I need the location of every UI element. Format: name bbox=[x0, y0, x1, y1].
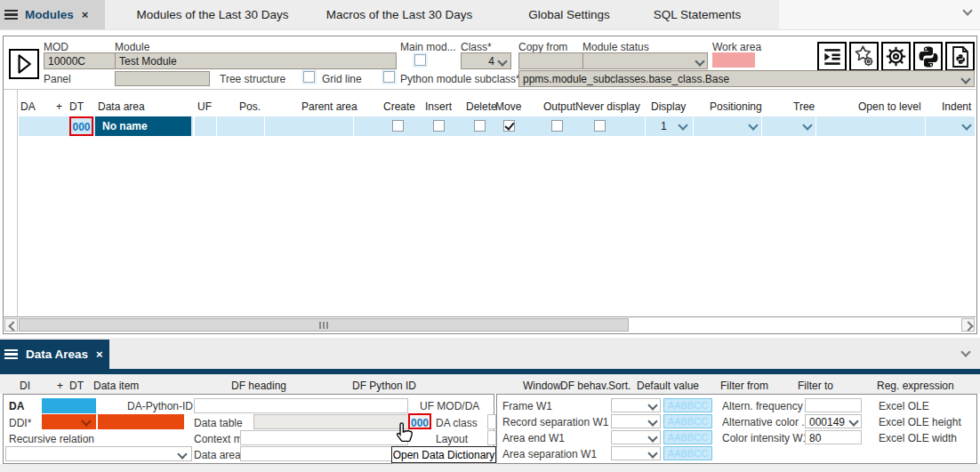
tab-modules-selected[interactable]: Modules × bbox=[0, 0, 105, 29]
form-divider bbox=[4, 89, 976, 90]
scrollbar-thumb[interactable] bbox=[19, 318, 629, 332]
da-python-id-field[interactable] bbox=[194, 398, 408, 413]
grid-line-label: Grid line bbox=[322, 73, 362, 85]
col-window: Window bbox=[523, 380, 561, 392]
ddi-row-label: DDI* bbox=[9, 417, 31, 429]
alternative-color-label: Alternative color ... bbox=[722, 416, 810, 428]
col-reg-expression: Reg. expression bbox=[877, 380, 954, 392]
col-move: Move bbox=[495, 100, 521, 113]
hand-cursor-icon bbox=[394, 421, 415, 444]
python-button[interactable] bbox=[913, 42, 943, 71]
col-di: DI bbox=[20, 380, 30, 392]
color-intensity-w1-field[interactable]: 80 bbox=[805, 430, 862, 444]
copy-from-label: Copy from bbox=[518, 41, 567, 53]
run-list-button[interactable] bbox=[817, 42, 847, 71]
delete-checkbox[interactable] bbox=[474, 120, 486, 132]
col-plus: + bbox=[57, 380, 63, 392]
data-area-field[interactable] bbox=[240, 446, 408, 461]
recursive-relation-dropdown[interactable] bbox=[5, 446, 192, 461]
col-data-item: Data item bbox=[93, 380, 139, 392]
close-icon[interactable]: × bbox=[96, 348, 103, 361]
col-positioning: Positioning bbox=[710, 100, 762, 113]
col-default-value: Default value bbox=[637, 380, 699, 392]
tab-modules-last-30-days[interactable]: Modules of the Last 30 Days bbox=[114, 0, 311, 29]
ddi-dropdown[interactable] bbox=[42, 414, 96, 429]
area-separation-w1-label: Area separation W1 bbox=[502, 448, 597, 460]
tab-global-settings[interactable]: Global Settings bbox=[526, 0, 612, 29]
frame-w1-color-field[interactable]: AABBCC bbox=[663, 398, 712, 412]
move-checkbox[interactable] bbox=[503, 120, 515, 132]
tab-sql-statements[interactable]: SQL Statements bbox=[653, 0, 742, 29]
da-dt-field[interactable] bbox=[42, 398, 96, 413]
tab-macros-last-30-days[interactable]: Macros of the Last 30 Days bbox=[320, 0, 478, 29]
col-df-python-id: DF Python ID bbox=[352, 380, 416, 392]
never-display-checkbox[interactable] bbox=[594, 120, 606, 132]
col-create: Create bbox=[383, 100, 415, 113]
data-table-field[interactable] bbox=[253, 414, 410, 429]
data-areas-headers: DI + DT Data item DF heading DF Python I… bbox=[0, 374, 980, 394]
record-separation-w1-color-field[interactable]: AABBCC bbox=[663, 414, 712, 428]
output-checkbox[interactable] bbox=[551, 120, 563, 132]
display-value: 1 bbox=[661, 120, 667, 132]
grid-line-checkbox[interactable] bbox=[303, 71, 315, 83]
scroll-right-button[interactable] bbox=[961, 318, 975, 332]
indent-dropdown-chevron-icon[interactable] bbox=[961, 120, 971, 130]
record-separation-w1-label: Record separation W1 bbox=[502, 416, 608, 428]
work-area-field[interactable] bbox=[712, 52, 755, 68]
chevron-left-icon bbox=[8, 321, 18, 331]
hamburger-icon[interactable] bbox=[4, 10, 18, 20]
module-status-dropdown[interactable] bbox=[582, 52, 708, 69]
scroll-left-button[interactable] bbox=[4, 318, 18, 332]
python-subclass-dropdown[interactable]: ppms.module_subclasses.base_class.Base bbox=[518, 70, 975, 87]
tree-dropdown-chevron-icon[interactable] bbox=[802, 120, 812, 130]
data-area-cell-selected[interactable]: No name bbox=[95, 116, 191, 136]
panel-field[interactable] bbox=[115, 71, 210, 86]
play-icon bbox=[11, 51, 37, 77]
python-file-button[interactable] bbox=[945, 42, 975, 71]
clipped-field[interactable] bbox=[487, 430, 496, 445]
chevron-down-icon bbox=[81, 416, 91, 426]
playlist-run-icon bbox=[821, 45, 844, 68]
data-area-label: Data area bbox=[194, 449, 241, 461]
panel-label: Panel bbox=[44, 73, 71, 85]
col-indent: Indent bbox=[942, 100, 971, 113]
app-window: Modules × Modules of the Last 30 Days Ma… bbox=[0, 0, 980, 472]
horizontal-scrollbar[interactable] bbox=[4, 316, 976, 332]
da-row-label: DA bbox=[9, 400, 24, 412]
hamburger-icon[interactable] bbox=[4, 349, 18, 359]
col-data-area: Data area bbox=[98, 100, 145, 113]
positioning-dropdown-chevron-icon[interactable] bbox=[748, 120, 758, 130]
ddi-field[interactable] bbox=[98, 414, 184, 429]
da-class-label: DA class bbox=[436, 417, 478, 429]
main-mod-checkbox[interactable] bbox=[414, 54, 426, 66]
col-never-display: Never display bbox=[575, 100, 640, 113]
clipped-field[interactable] bbox=[487, 414, 496, 429]
python-subclass-checkbox[interactable] bbox=[383, 71, 395, 83]
tab-data-areas-selected[interactable]: Data Areas × bbox=[0, 340, 109, 369]
area-separation-w1-color-field[interactable]: AABBCC bbox=[663, 446, 712, 460]
col-dt: DT bbox=[69, 100, 84, 113]
col-display: Display bbox=[651, 100, 686, 113]
macro-settings-button[interactable] bbox=[849, 42, 879, 71]
col-uf: UF bbox=[197, 100, 212, 113]
col-output: Output bbox=[543, 100, 575, 113]
settings-button[interactable] bbox=[881, 42, 911, 71]
checkmark-icon bbox=[504, 120, 514, 131]
display-dropdown-chevron-icon[interactable] bbox=[678, 120, 687, 130]
excel-ole-height-label: Excel OLE height bbox=[879, 416, 961, 428]
col-tree: Tree bbox=[793, 100, 815, 113]
run-module-button[interactable] bbox=[9, 49, 39, 79]
altern-frequency-field[interactable] bbox=[805, 398, 862, 412]
close-icon[interactable]: × bbox=[82, 8, 89, 21]
table-row[interactable]: 000 No name 1 bbox=[19, 116, 975, 136]
create-checkbox[interactable] bbox=[392, 120, 404, 132]
col-df-behav: DF behav. bbox=[560, 380, 608, 392]
context-menu-field[interactable] bbox=[240, 430, 408, 445]
col-df-heading: DF heading bbox=[231, 380, 286, 392]
frame-w1-label: Frame W1 bbox=[502, 400, 552, 412]
insert-checkbox[interactable] bbox=[433, 120, 445, 132]
dt-cell[interactable]: 000 bbox=[69, 116, 93, 136]
module-name-field[interactable]: Test Module bbox=[115, 52, 397, 69]
area-end-w1-color-field[interactable]: AABBCC bbox=[663, 430, 712, 444]
col-parent-area: Parent area bbox=[301, 100, 357, 113]
